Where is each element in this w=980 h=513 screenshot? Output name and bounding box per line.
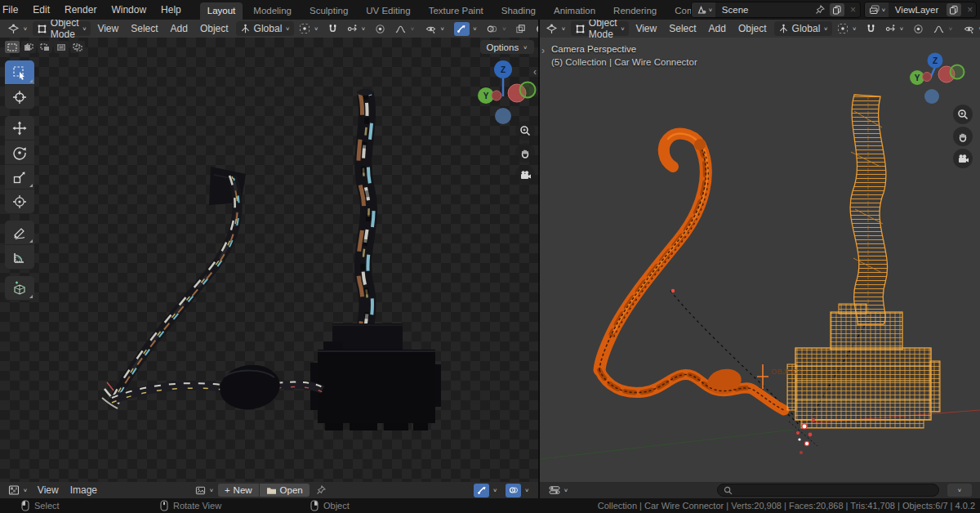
editor-type-button[interactable]: ∨ xyxy=(545,483,572,497)
select-mode-invert[interactable] xyxy=(54,41,69,53)
viewport-right-canvas[interactable]: OBJECT › Camera Perspective (5) Collecti… xyxy=(540,38,980,482)
tab-texture-paint[interactable]: Texture Paint xyxy=(421,2,491,20)
mode-dropdown[interactable]: Object Mode ∨ xyxy=(33,21,91,36)
editor-type-button[interactable]: ∨ xyxy=(541,21,570,36)
select-mode-subtract[interactable] xyxy=(38,41,52,53)
menu-view[interactable]: View xyxy=(32,481,65,499)
zoom-button[interactable] xyxy=(953,105,973,124)
overlays-toggle[interactable]: ∨ xyxy=(501,483,533,497)
toolbar-expand-arrow[interactable]: › xyxy=(541,46,545,56)
tool-add-cube[interactable] xyxy=(5,276,34,301)
tool-annotate[interactable] xyxy=(5,221,34,245)
tool-move[interactable] xyxy=(5,116,34,141)
navigation-gizmo[interactable]: Z Y xyxy=(476,56,538,131)
viewlayer-browse-button[interactable]: ∨ xyxy=(865,2,889,17)
cable-vertical[interactable] xyxy=(357,89,374,337)
pan-hand-button[interactable] xyxy=(515,143,535,163)
visibility-dropdown[interactable]: ∨ xyxy=(959,21,980,36)
snap-with-dropdown[interactable]: ∨ xyxy=(343,21,370,36)
select-mode-set[interactable] xyxy=(5,41,20,53)
menu-add[interactable]: Add xyxy=(165,20,194,38)
new-viewlayer-button[interactable] xyxy=(947,3,961,16)
pivot-dropdown[interactable]: ∨ xyxy=(295,21,323,36)
image-browse-button[interactable]: ∨ xyxy=(191,483,218,497)
connector-block[interactable] xyxy=(310,323,441,430)
orientation-dropdown[interactable]: Global ∨ xyxy=(774,21,833,36)
overlays-toggle[interactable]: ∨ xyxy=(482,21,510,36)
tool-select-box[interactable] xyxy=(5,60,34,85)
properties-search-input[interactable] xyxy=(717,484,939,497)
wire-object-connector[interactable] xyxy=(787,95,940,428)
zoom-button[interactable] xyxy=(515,121,535,141)
xray-toggle[interactable] xyxy=(511,21,530,36)
pin-icon[interactable] xyxy=(812,5,828,15)
close-icon[interactable]: × xyxy=(963,4,977,16)
scene-browse-button[interactable]: ∨ xyxy=(692,2,715,17)
tab-layout[interactable]: Layout xyxy=(200,2,243,20)
falloff-dropdown[interactable]: ∨ xyxy=(929,21,957,36)
pan-hand-button[interactable] xyxy=(953,127,973,146)
tab-uv-editing[interactable]: UV Editing xyxy=(359,2,417,20)
menu-edit[interactable]: Edit xyxy=(25,0,57,20)
gizmo-z-neg-axis[interactable] xyxy=(924,89,939,104)
menu-view[interactable]: View xyxy=(630,20,662,38)
editor-type-button[interactable]: ∨ xyxy=(4,483,32,497)
menu-add[interactable]: Add xyxy=(703,20,732,38)
camera-view-button[interactable] xyxy=(953,149,973,168)
snap-toggle[interactable] xyxy=(323,21,342,36)
menu-render[interactable]: Render xyxy=(57,0,104,20)
tool-measure[interactable] xyxy=(5,245,34,270)
menu-select[interactable]: Select xyxy=(663,20,702,38)
menu-object[interactable]: Object xyxy=(194,20,234,38)
navigation-gizmo[interactable]: Z Y xyxy=(909,49,968,113)
gizmos-toggle[interactable]: ∨ xyxy=(450,21,482,36)
gizmo-y-neg-axis[interactable] xyxy=(951,65,964,79)
menu-select[interactable]: Select xyxy=(125,20,163,38)
tab-shading[interactable]: Shading xyxy=(494,2,543,20)
menu-view[interactable]: View xyxy=(91,20,124,38)
wire-object-2-shape[interactable] xyxy=(599,134,784,410)
tool-rotate[interactable] xyxy=(5,141,34,165)
gizmo-y-neg-axis[interactable] xyxy=(520,83,536,98)
camera-view-button[interactable] xyxy=(515,165,535,185)
menu-help[interactable]: Help xyxy=(154,0,189,20)
mode-dropdown[interactable]: Object Mode ∨ xyxy=(571,21,630,36)
tool-scale[interactable] xyxy=(5,165,34,190)
gizmo-x-neg-axis[interactable] xyxy=(492,91,501,100)
proportional-editing-toggle[interactable] xyxy=(371,21,390,36)
viewlayer-name[interactable]: ViewLayer xyxy=(889,5,946,15)
visibility-dropdown[interactable]: ∨ xyxy=(421,21,449,36)
tab-rendering[interactable]: Rendering xyxy=(606,2,664,20)
options-dropdown[interactable]: Options ∨ xyxy=(480,40,535,54)
gizmo-x-neg-axis[interactable] xyxy=(923,73,932,82)
snap-with-dropdown[interactable]: ∨ xyxy=(881,21,908,36)
gizmos-toggle[interactable]: ∨ xyxy=(470,483,501,497)
gizmo-z-neg-axis[interactable] xyxy=(495,108,511,124)
editor-type-button[interactable]: ∨ xyxy=(3,21,32,36)
viewport-left-canvas[interactable]: Options ∨ ‹ Z Y xyxy=(0,38,538,482)
tab-sculpting[interactable]: Sculpting xyxy=(302,2,355,20)
scene-name[interactable]: Scene xyxy=(715,5,812,15)
snap-toggle[interactable] xyxy=(862,21,880,36)
select-mode-extend[interactable] xyxy=(21,41,36,53)
open-image-button[interactable]: Open xyxy=(260,484,310,497)
cable-2-shape[interactable] xyxy=(102,167,323,413)
new-image-button[interactable]: + New xyxy=(218,484,259,497)
falloff-dropdown[interactable]: ∨ xyxy=(390,21,419,36)
pivot-dropdown[interactable]: ∨ xyxy=(833,21,861,36)
menu-file[interactable]: File xyxy=(0,0,25,20)
close-icon[interactable]: × xyxy=(846,4,860,16)
tab-modeling[interactable]: Modeling xyxy=(246,2,299,20)
menu-image[interactable]: Image xyxy=(65,481,103,499)
menu-window[interactable]: Window xyxy=(104,0,154,20)
select-mode-intersect[interactable] xyxy=(70,41,85,53)
tab-animation[interactable]: Animation xyxy=(546,2,603,20)
tool-cursor[interactable] xyxy=(5,85,34,109)
proportional-editing-toggle[interactable] xyxy=(909,21,928,36)
filter-dropdown-button[interactable]: ∨ xyxy=(947,484,972,497)
new-scene-button[interactable] xyxy=(830,3,844,16)
menu-object[interactable]: Object xyxy=(733,20,773,38)
orientation-dropdown[interactable]: Global ∨ xyxy=(236,21,295,36)
tool-transform[interactable] xyxy=(5,190,34,214)
pin-icon[interactable] xyxy=(316,485,326,495)
